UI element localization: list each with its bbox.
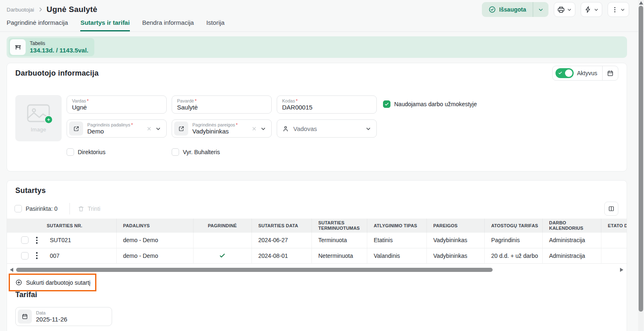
director-checkbox-row[interactable]: Direktorius: [67, 148, 105, 156]
cell-pareigos: Vadybininkas: [426, 233, 484, 248]
saved-split-button[interactable]: Išsaugota: [482, 2, 548, 17]
scroll-up-arrow[interactable]: [639, 1, 643, 5]
required-marker: *: [296, 98, 297, 103]
lightning-icon: [584, 6, 592, 13]
contracts-table: Sutarties nr. Padalinys Pagrindinė Sutar…: [7, 219, 627, 264]
tab-istorija[interactable]: Istorija: [206, 19, 225, 31]
col-etato-dydis[interactable]: Etato dy: [601, 219, 627, 233]
cell-pagrindine: [193, 233, 251, 248]
print-button[interactable]: [554, 2, 575, 17]
select-all-checkbox[interactable]: [14, 205, 22, 212]
tariffs-title: Tarifai: [15, 291, 37, 299]
calendar-icon: [607, 70, 614, 77]
open-position-button[interactable]: [174, 121, 188, 136]
saved-button-caret[interactable]: [533, 2, 548, 17]
code-field[interactable]: Kodas* DAR00015: [277, 95, 377, 114]
delete-button[interactable]: Trinti: [78, 205, 101, 212]
horizontal-scrollbar-thumb[interactable]: [16, 268, 493, 272]
main-department-value: Demo: [87, 128, 143, 135]
employee-photo-upload[interactable]: Image: [15, 95, 62, 141]
person-icon: [282, 125, 289, 132]
printer-icon: [557, 6, 565, 14]
tab-bendra-informacija[interactable]: Bendra informacija: [142, 19, 194, 31]
payroll-checkbox-label: Naudojamas darbo užmokestyje: [394, 101, 477, 107]
chevron-down-icon[interactable]: [155, 126, 161, 132]
last-name-field[interactable]: Pavardė* Saulytė: [172, 95, 272, 114]
cell-atostogu-tarifas: Pagrindinis: [484, 233, 542, 248]
manager-select[interactable]: Vadovas: [277, 119, 377, 138]
chief-accountant-checkbox-row[interactable]: Vyr. Buhalteris: [172, 148, 220, 156]
contracts-title: Sutartys: [15, 186, 46, 195]
create-contract-button[interactable]: Sukurti darbuotojo sutartį: [10, 279, 91, 286]
table-header-row: Sutarties nr. Padalinys Pagrindinė Sutar…: [7, 219, 627, 233]
main-position-field[interactable]: Pagrindinės pareigos* Vadybininkas: [172, 119, 272, 138]
tabelis-value: 134.13d. / 1143.5val.: [30, 47, 89, 54]
col-sutarties-data[interactable]: Sutarties data: [251, 219, 311, 233]
open-department-button[interactable]: [69, 121, 83, 136]
main-position-label: Pagrindinės pareigos: [192, 122, 235, 127]
first-name-field[interactable]: Vardas* Ugnė: [67, 95, 167, 114]
breadcrumb-parent-link[interactable]: Darbuotojai: [7, 7, 34, 13]
breadcrumb: Darbuotojai Ugnė Saulytė: [7, 5, 97, 14]
col-pareigos[interactable]: Pareigos: [426, 219, 484, 233]
chevron-down-icon: [567, 7, 572, 12]
col-atostogu-tarifas[interactable]: Atostogų tarifas: [484, 219, 542, 233]
tab-sutartys-ir-tarifai[interactable]: Sutartys ir tarifai: [80, 19, 129, 31]
col-atlyginimo-tipas[interactable]: Atlyginimo tipas: [367, 219, 426, 233]
code-value: DAR00015: [282, 104, 371, 111]
add-photo-icon[interactable]: [44, 115, 53, 124]
image-placeholder-icon: [27, 104, 50, 122]
manager-placeholder: Vadovas: [293, 125, 365, 132]
chevron-right-icon: [38, 7, 43, 12]
cell-padalinys: demo - Demo: [116, 248, 193, 263]
horizontal-scrollbar[interactable]: [7, 267, 627, 273]
saved-button-label: Išsaugota: [499, 6, 526, 13]
col-padalinys[interactable]: Padalinys: [116, 219, 193, 233]
last-name-value: Saulytė: [177, 104, 266, 111]
active-calendar-button[interactable]: [602, 66, 618, 80]
cell-sutarties-data: 2024-08-01: [251, 248, 311, 263]
page-title: Ugnė Saulytė: [47, 5, 98, 14]
contracts-card: Sutartys Pasirinkta: 0 Trinti Sutart: [7, 180, 627, 331]
col-sutarties-nr[interactable]: Sutarties nr.: [7, 219, 116, 233]
col-pagrindine[interactable]: Pagrindinė: [193, 219, 251, 233]
vertical-scrollbar-thumb[interactable]: [639, 6, 643, 312]
table-row[interactable]: SUT021 demo - Demo 2024-06-27 Terminuota…: [7, 233, 627, 248]
main-department-label: Pagrindinis padalinys: [87, 122, 130, 127]
tab-pagrindine-informacija[interactable]: Pagrindinė informacija: [7, 19, 68, 31]
table-row[interactable]: 007 demo - Demo 2024-08-01 Neterminuota …: [7, 248, 627, 263]
contract-number: SUT021: [50, 237, 71, 243]
external-link-icon: [178, 126, 184, 132]
chevron-down-icon[interactable]: [260, 126, 266, 132]
payroll-checkbox-row[interactable]: Naudojamas darbo užmokestyje: [383, 100, 477, 108]
col-darbo-kalendorius[interactable]: Darbo kalendorius: [542, 219, 601, 233]
clear-icon[interactable]: [146, 126, 152, 131]
vertical-scrollbar[interactable]: [638, 0, 644, 331]
more-menu-button[interactable]: [608, 2, 629, 17]
active-toggle[interactable]: [555, 68, 574, 78]
director-checkbox[interactable]: [67, 148, 74, 156]
column-settings-button[interactable]: [604, 202, 618, 216]
row-menu-icon[interactable]: [36, 237, 38, 244]
chief-accountant-checkbox-label: Vyr. Buhalteris: [183, 149, 220, 155]
required-marker: *: [87, 98, 89, 103]
required-marker: *: [236, 122, 237, 127]
saved-button-main[interactable]: Išsaugota: [482, 2, 533, 17]
main-department-field[interactable]: Pagrindinis padalinys* Demo: [67, 119, 167, 138]
tariff-date-field[interactable]: Data 2025-11-26: [15, 307, 112, 326]
scroll-right-arrow[interactable]: [620, 268, 623, 272]
clear-icon[interactable]: [251, 126, 257, 131]
scroll-left-arrow[interactable]: [10, 268, 13, 272]
row-menu-icon[interactable]: [36, 252, 38, 259]
calendar-icon[interactable]: [18, 310, 32, 324]
cell-pareigos: Vadybininkas: [426, 248, 484, 263]
row-checkbox[interactable]: [21, 236, 29, 244]
payroll-checkbox[interactable]: [383, 100, 390, 108]
tabelis-chip[interactable]: Tabelis 134.13d. / 1143.5val.: [9, 38, 94, 56]
actions-bolt-button[interactable]: [581, 2, 602, 17]
col-terminuotumas[interactable]: Sutarties terminuotumas: [311, 219, 367, 233]
row-checkbox[interactable]: [21, 252, 29, 260]
chief-accountant-checkbox[interactable]: [172, 148, 179, 156]
delete-button-label: Trinti: [88, 205, 101, 212]
chevron-down-icon[interactable]: [365, 126, 371, 132]
